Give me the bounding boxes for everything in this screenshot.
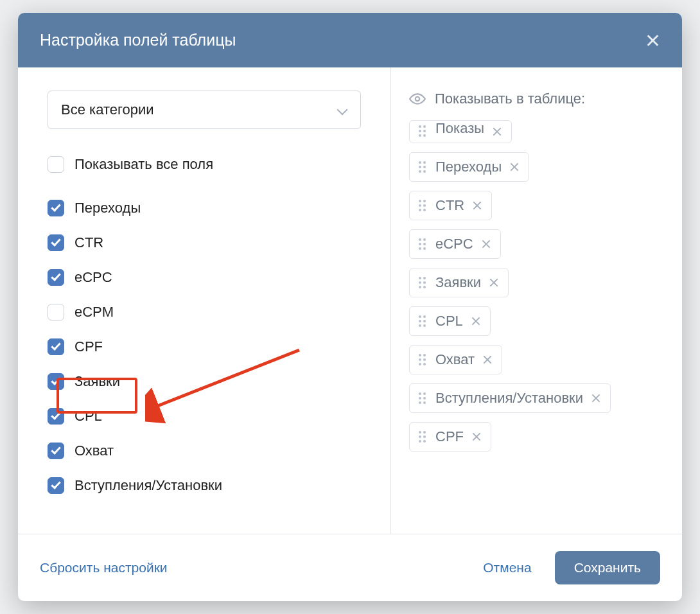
- category-select[interactable]: Все категории: [48, 91, 361, 129]
- field-row[interactable]: CPL: [48, 399, 361, 434]
- chip-remove-icon[interactable]: [471, 316, 481, 326]
- field-row[interactable]: CTR: [48, 225, 361, 260]
- chip-label: CPL: [435, 313, 463, 329]
- show-all-checkbox[interactable]: [48, 156, 64, 173]
- chip[interactable]: CPF: [409, 422, 491, 452]
- field-row[interactable]: Заявки: [48, 364, 361, 399]
- show-all-row[interactable]: Показывать все поля: [48, 147, 361, 182]
- chip[interactable]: CPL: [409, 306, 491, 336]
- svg-point-1: [416, 97, 420, 101]
- field-row[interactable]: eCPM: [48, 295, 361, 329]
- field-row[interactable]: CPF: [48, 329, 361, 364]
- chip-label: Переходы: [435, 159, 502, 175]
- chip-label: Заявки: [435, 274, 481, 291]
- chip-remove-icon[interactable]: [482, 355, 493, 365]
- drag-handle-icon[interactable]: [419, 238, 428, 250]
- modal-header: Настройка полей таблицы: [18, 13, 682, 67]
- field-row[interactable]: Охват: [48, 434, 361, 468]
- field-label: eCPM: [74, 304, 114, 320]
- chevron-down-icon: [337, 105, 347, 115]
- chip-remove-icon[interactable]: [492, 127, 502, 137]
- close-icon[interactable]: [645, 33, 660, 48]
- field-label: CTR: [74, 234, 103, 251]
- chip-remove-icon[interactable]: [481, 239, 491, 249]
- chip[interactable]: Охват: [409, 345, 502, 374]
- field-checkbox[interactable]: [48, 408, 64, 425]
- field-label: Охват: [74, 443, 114, 459]
- right-title-row: Показывать в таблице:: [409, 91, 664, 107]
- chip[interactable]: CTR: [409, 191, 492, 220]
- field-label: CPF: [74, 338, 103, 355]
- chip-remove-icon[interactable]: [489, 277, 499, 288]
- modal-title: Настройка полей таблицы: [40, 31, 236, 49]
- modal-footer: Сбросить настройки Отмена Сохранить: [18, 534, 682, 601]
- chip[interactable]: Показы: [409, 120, 512, 143]
- drag-handle-icon[interactable]: [419, 431, 428, 443]
- chip[interactable]: Вступления/Установки: [409, 383, 611, 413]
- settings-modal: Настройка полей таблицы Все категории По…: [18, 13, 682, 601]
- field-label: Заявки: [74, 373, 120, 390]
- field-checkbox[interactable]: [48, 234, 64, 251]
- field-row[interactable]: Вступления/Установки: [48, 468, 361, 503]
- left-pane: Все категории Показывать все поля Перехо…: [18, 67, 390, 534]
- field-label: eCPC: [74, 269, 112, 286]
- chip-label: eCPC: [435, 236, 473, 252]
- chip-remove-icon[interactable]: [471, 432, 482, 442]
- drag-handle-icon[interactable]: [419, 161, 428, 173]
- field-checkbox[interactable]: [48, 269, 64, 286]
- field-checkbox[interactable]: [48, 338, 64, 355]
- chip[interactable]: eCPC: [409, 229, 501, 259]
- chip[interactable]: Переходы: [409, 152, 529, 182]
- field-row[interactable]: eCPC: [48, 260, 361, 295]
- chip-label: Охват: [435, 351, 475, 368]
- drag-handle-icon[interactable]: [419, 354, 428, 365]
- chip-remove-icon[interactable]: [591, 393, 601, 403]
- field-checkbox[interactable]: [48, 477, 64, 494]
- reset-button[interactable]: Сбросить настройки: [40, 560, 168, 575]
- drag-handle-icon[interactable]: [419, 125, 428, 137]
- eye-icon: [409, 91, 426, 107]
- modal-body: Все категории Показывать все поля Перехо…: [18, 67, 682, 534]
- field-checkbox[interactable]: [48, 443, 64, 459]
- show-all-label: Показывать все поля: [74, 156, 213, 173]
- chip-label: CTR: [435, 197, 464, 214]
- field-label: CPL: [74, 408, 102, 425]
- chip-label: Показы: [435, 120, 484, 137]
- chip-label: CPF: [435, 428, 464, 445]
- cancel-button[interactable]: Отмена: [483, 560, 531, 575]
- field-checkbox[interactable]: [48, 200, 64, 216]
- chip-label: Вступления/Установки: [435, 390, 583, 407]
- save-button[interactable]: Сохранить: [555, 551, 660, 584]
- footer-right: Отмена Сохранить: [483, 551, 660, 584]
- field-checkbox[interactable]: [48, 304, 64, 320]
- right-pane: Показывать в таблице: Показы Переходы CT…: [390, 67, 682, 534]
- drag-handle-icon[interactable]: [419, 200, 428, 211]
- field-checkbox[interactable]: [48, 373, 64, 390]
- field-label: Переходы: [74, 200, 141, 216]
- drag-handle-icon[interactable]: [419, 315, 428, 327]
- chip-remove-icon[interactable]: [509, 162, 520, 172]
- drag-handle-icon[interactable]: [419, 392, 428, 404]
- field-label: Вступления/Установки: [74, 477, 222, 494]
- chip-remove-icon[interactable]: [472, 200, 482, 211]
- right-title: Показывать в таблице:: [435, 91, 585, 107]
- chip[interactable]: Заявки: [409, 268, 509, 297]
- field-row[interactable]: Переходы: [48, 191, 361, 225]
- drag-handle-icon[interactable]: [419, 277, 428, 288]
- category-select-value: Все категории: [61, 101, 154, 118]
